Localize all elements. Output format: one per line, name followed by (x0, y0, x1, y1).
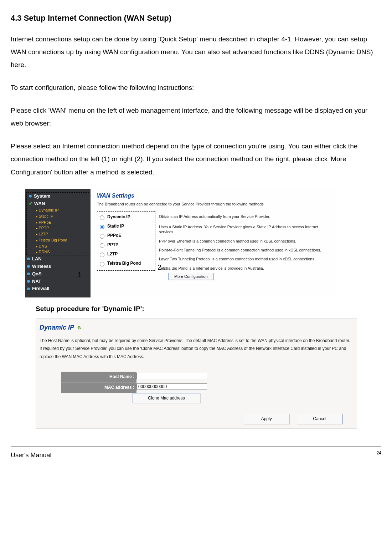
radio-telstra[interactable] (100, 262, 104, 266)
option-desc-static: Uses a Static IP Address. Your Service P… (159, 224, 329, 235)
radio-static-ip[interactable] (100, 225, 104, 229)
mac-address-label: MAC address : (61, 382, 136, 393)
page-footer: User's Manual 24 (11, 447, 381, 461)
sidebar-sub-dynamic-ip[interactable]: Dynamic IP (27, 207, 89, 213)
refresh-icon: ↻ (77, 323, 81, 333)
sidebar-item-wan[interactable]: ✔WAN (27, 200, 89, 208)
dynamic-ip-subheading: Setup procedure for 'Dynamic IP': (36, 302, 381, 315)
bullet-icon (27, 258, 30, 260)
check-icon: ✔ (29, 201, 33, 207)
bullet-icon (29, 195, 32, 198)
sidebar-label: WAN (34, 201, 45, 207)
sidebar-item-system[interactable]: System (27, 193, 89, 200)
option-desc-telstra: Telstra Big Pond is a Internet service i… (159, 265, 329, 271)
radio-l2tp[interactable] (100, 253, 104, 257)
sidebar-label: NAT (32, 279, 41, 285)
sidebar-label: System (34, 193, 50, 199)
cancel-button[interactable]: Cancel (297, 414, 342, 424)
wan-settings-title: WAN Settings (97, 192, 329, 200)
wan-settings-screenshot: System ✔WAN Dynamic IP Static IP PPPoE P… (25, 189, 335, 298)
option-label: PPTP (107, 242, 118, 248)
sidebar-label: LAN (32, 256, 42, 262)
option-desc-l2tp: Layer Two Tunneling Protocol is a common… (159, 256, 329, 261)
radio-pptp[interactable] (100, 243, 104, 248)
sidebar-sub-ddns[interactable]: DDNS (27, 249, 89, 255)
sidebar-item-firewall[interactable]: Firewall (25, 285, 91, 292)
wan-settings-desc: The Broadband router can be connected to… (97, 202, 329, 207)
option-label: L2TP (107, 251, 118, 257)
sidebar-sub-pppoe[interactable]: PPPoE (27, 219, 89, 225)
sidebar-label: Wireless (32, 264, 51, 270)
option-label: Telstra Big Pond (107, 261, 141, 266)
sidebar-sub-dns[interactable]: DNS (27, 243, 89, 249)
sidebar-sub-pptp[interactable]: PPTP (27, 225, 89, 231)
mac-address-input[interactable] (136, 383, 207, 390)
sidebar-item-lan[interactable]: LAN (25, 255, 91, 263)
dynamic-ip-title-text: Dynamic IP (40, 324, 74, 331)
annotation-1: 1 (78, 270, 82, 279)
sidebar-sub-telstra[interactable]: Telstra Big Pond (27, 237, 89, 243)
option-label: PPPoE (107, 233, 121, 239)
option-label: Static IP (107, 224, 124, 229)
annotation-2: 2 (158, 263, 161, 272)
paragraph-4: Please select an Internet connection met… (11, 140, 381, 178)
radio-pppoe[interactable] (100, 234, 104, 239)
bullet-icon (27, 287, 30, 290)
sidebar-sub-static-ip[interactable]: Static IP (27, 213, 89, 219)
router-sidebar: System ✔WAN Dynamic IP Static IP PPPoE P… (25, 189, 91, 298)
apply-button[interactable]: Apply (244, 414, 289, 424)
sidebar-label: Firewall (32, 286, 49, 292)
page-number: 24 (377, 449, 381, 461)
paragraph-2: To start configuration, please follow th… (11, 81, 381, 94)
footer-title: User's Manual (11, 449, 51, 461)
dynamic-ip-desc: The Host Name is optional, but may be re… (40, 337, 353, 361)
clone-mac-button[interactable]: Clone Mac address (133, 393, 200, 403)
bullet-icon (27, 265, 30, 268)
option-label: Dynamic IP (107, 214, 130, 220)
sidebar-sub-l2tp[interactable]: L2TP (27, 231, 89, 237)
bullet-icon (27, 280, 30, 283)
more-configuration-button[interactable]: More Configuration (168, 273, 214, 280)
wan-options-box: Dynamic IP Static IP PPPoE PPTP L2TP Tel… (97, 211, 155, 271)
host-name-input[interactable] (136, 373, 207, 379)
option-desc-dynamic: Obtains an IP Address automatically from… (159, 214, 329, 219)
host-name-label: Host Name : (61, 372, 136, 382)
sidebar-item-wireless[interactable]: Wireless (25, 263, 91, 270)
section-heading: 4.3 Setup Internet Connection (WAN Setup… (11, 11, 381, 26)
dynamic-ip-screenshot: Dynamic IP ↻ The Host Name is optional, … (36, 318, 357, 429)
sidebar-label: QoS (32, 271, 42, 277)
paragraph-3: Please click 'WAN' menu on the left of w… (11, 104, 381, 130)
option-desc-pptp: Point-to-Point Tunneling Protocol is a c… (159, 247, 329, 253)
option-desc-pppoe: PPP over Ethernet is a common connection… (159, 238, 329, 244)
dynamic-ip-title: Dynamic IP ↻ (40, 321, 353, 333)
paragraph-1: Internet connections setup can be done b… (11, 33, 381, 71)
wan-settings-panel: WAN Settings The Broadband router can be… (91, 189, 335, 298)
bullet-icon (27, 273, 30, 275)
radio-dynamic-ip[interactable] (100, 215, 104, 220)
